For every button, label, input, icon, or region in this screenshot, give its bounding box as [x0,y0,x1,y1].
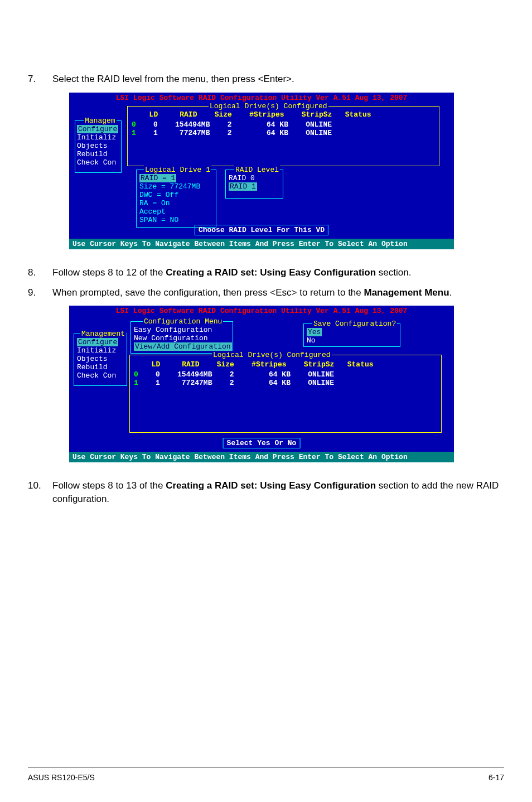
management-menu-items: Configure Initializ Objects Rebuild Chec… [77,338,118,380]
raid-level-items: RAID 0 RAID 1 [229,174,257,191]
step-text: When prompted, save the configuration, t… [52,286,504,299]
logical-drive-1-items: RAID = 1 Size = 77247MB DWC = Off RA = O… [139,174,200,224]
step-9: 9. When prompted, save the configuration… [28,286,504,299]
management-menu-label: Managem [84,117,117,125]
menu-item[interactable]: Size = 77247MB [139,182,200,191]
bios-screenshot-2: LSI Logic Software RAID Configuration Ut… [69,306,454,462]
footer-right: 6-17 [489,773,504,782]
configuration-menu-label: Configuration Menu [143,317,223,326]
bios-title: LSI Logic Software RAID Configuration Ut… [69,306,454,316]
step-number: 7. [28,73,52,86]
menu-item[interactable]: Accept [139,207,200,216]
menu-item[interactable]: DWC = Off [139,191,200,199]
management-menu-items: Configure Initializ Objects Rebuild Chec… [77,125,118,167]
logical-drive-1-label: Logical Drive 1 [144,166,211,174]
menu-item[interactable]: Check Con [77,158,118,167]
menu-item[interactable]: No [307,336,322,345]
table-row: 0 0 154494MB 2 64 KB ONLINE [132,120,332,129]
menu-item[interactable]: Initializ [77,346,118,355]
table-header: LD RAID Size #Stripes StripSz Status [141,110,371,119]
management-menu-label: Management [80,330,126,338]
menu-item[interactable]: RA = On [139,199,200,207]
step-8: 8. Follow steps 8 to 12 of the Creating … [28,266,504,279]
nav-line: Use Cursor Keys To Navigate Between Item… [69,452,454,462]
step-number: 10. [28,479,52,506]
menu-item[interactable]: Rebuild [77,363,118,371]
select-box: Select Yes Or No [223,438,301,448]
bios-body: Management Configure Initializ Objects R… [69,316,454,452]
bios-title: LSI Logic Software RAID Configuration Ut… [69,93,454,103]
bios-body: Logical Drive(s) Configured LD RAID Size… [69,103,454,239]
menu-item[interactable]: SPAN = NO [139,216,200,224]
raid-level-label: RAID Level [234,166,280,174]
logical-box-label: Logical Drive(s) Configured [212,351,332,359]
menu-item[interactable]: Configure [77,338,118,346]
logical-box-label: Logical Drive(s) Configured [209,102,328,110]
menu-item[interactable]: Objects [77,142,118,150]
table-row: 1 1 77247MB 2 64 KB ONLINE [134,379,334,387]
bios-screenshot-1: LSI Logic Software RAID Configuration Ut… [69,93,454,249]
nav-line: Use Cursor Keys To Navigate Between Item… [69,239,454,249]
save-config-items: Yes No [307,328,322,345]
menu-item[interactable]: Easy Configuration [134,326,232,334]
step-7: 7. Select the RAID level from the menu, … [28,73,504,86]
menu-item[interactable]: Configure [77,125,118,133]
table-header: LD RAID Size #Stripes StripSz Status [143,360,374,369]
table-row: 1 1 77247MB 2 64 KB ONLINE [132,129,332,137]
choose-box: Choose RAID Level For This VD [195,225,328,235]
menu-item[interactable]: Yes [307,328,322,336]
step-10: 10. Follow steps 8 to 13 of the Creating… [28,479,504,506]
step-text: Follow steps 8 to 13 of the Creating a R… [52,479,504,506]
save-config-label: Save Configuration? [312,320,397,328]
menu-item[interactable]: RAID = 1 [139,174,200,182]
menu-item[interactable]: RAID 1 [229,182,257,191]
menu-item[interactable]: New Configuration [134,334,232,342]
page-footer: ASUS RS120-E5/S 6-17 [28,767,504,782]
menu-item[interactable]: RAID 0 [229,174,257,182]
menu-item[interactable]: View/Add Configuration [134,342,232,351]
step-text: Select the RAID level from the menu, the… [52,73,504,86]
menu-item[interactable]: Initializ [77,133,118,142]
step-number: 9. [28,286,52,299]
menu-item[interactable]: Check Con [77,371,118,380]
menu-item[interactable]: Rebuild [77,150,118,158]
configuration-menu-items: Easy Configuration New Configuration Vie… [134,326,232,351]
step-number: 8. [28,266,52,279]
menu-item[interactable]: Objects [77,355,118,363]
step-text: Follow steps 8 to 12 of the Creating a R… [52,266,504,279]
table-row: 0 0 154494MB 2 64 KB ONLINE [134,370,334,379]
footer-left: ASUS RS120-E5/S [28,773,95,782]
